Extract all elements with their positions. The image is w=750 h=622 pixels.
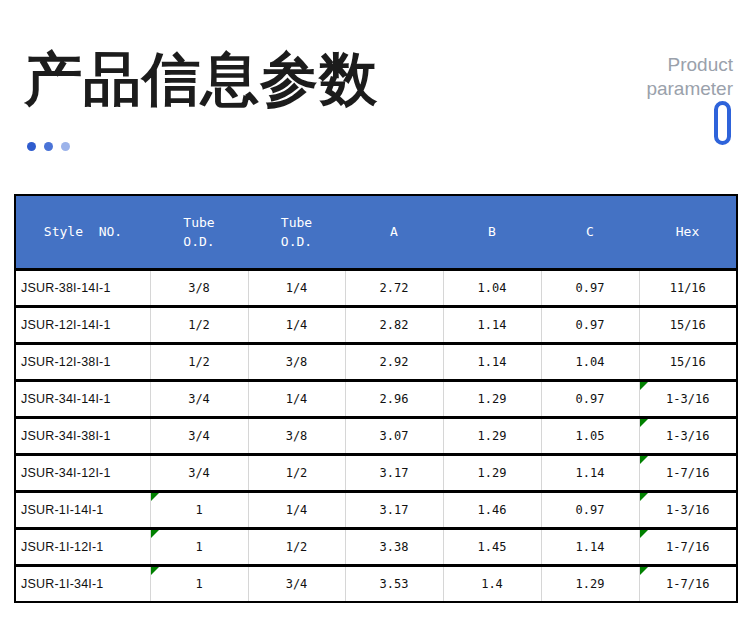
page-title: 产品信息参数: [24, 44, 378, 114]
value-cell: 1/2: [248, 454, 345, 491]
table-row: JSUR-34I-38I-13/43/83.071.291.051-3/16: [15, 417, 737, 454]
value-cell: 15/16: [639, 343, 737, 380]
value-cell: 1-7/16: [639, 565, 737, 602]
value-cell: 11/16: [639, 269, 737, 306]
value-cell: 1-3/16: [639, 417, 737, 454]
product-parameter-page: { "header": { "title": "产品信息参数", "subtit…: [0, 0, 750, 622]
green-corner-marker-icon: [151, 493, 159, 501]
col-header-c: C: [541, 195, 639, 269]
table-row: JSUR-1I-12I-111/23.381.451.141-7/16: [15, 528, 737, 565]
value-cell: 3.17: [345, 454, 443, 491]
green-corner-marker-icon: [640, 456, 648, 464]
green-corner-marker-icon: [640, 419, 648, 427]
style-no-cell: JSUR-34I-14I-1: [15, 380, 150, 417]
header-row: Style NO. Tube O.D. Tube O.D. A B C Hex: [15, 195, 737, 269]
value-cell: 3/8: [248, 343, 345, 380]
style-no-cell: JSUR-38I-14I-1: [15, 269, 150, 306]
value-cell: 3/8: [248, 417, 345, 454]
title-decoration-dots: [27, 142, 70, 151]
value-cell: 1.14: [443, 343, 541, 380]
style-no-cell: JSUR-34I-12I-1: [15, 454, 150, 491]
value-cell: 1: [150, 491, 248, 528]
green-corner-marker-icon: [151, 567, 159, 575]
subtitle-line-1: Product: [646, 53, 733, 77]
value-cell: 1: [150, 528, 248, 565]
green-corner-marker-icon: [640, 382, 648, 390]
dot-icon: [61, 142, 70, 151]
style-no-cell: JSUR-1I-34I-1: [15, 565, 150, 602]
green-corner-marker-icon: [640, 567, 648, 575]
col-header-hex: Hex: [639, 195, 737, 269]
english-subtitle: Product parameter: [646, 53, 733, 101]
value-cell: 3.07: [345, 417, 443, 454]
col-header-b: B: [443, 195, 541, 269]
table-header: Style NO. Tube O.D. Tube O.D. A B C Hex: [15, 195, 737, 269]
style-no-cell: JSUR-34I-38I-1: [15, 417, 150, 454]
value-cell: 3/8: [150, 269, 248, 306]
style-no-cell: JSUR-1I-14I-1: [15, 491, 150, 528]
decoration-zero-digit: [714, 101, 731, 145]
value-cell: 1.4: [443, 565, 541, 602]
table-row: JSUR-1I-14I-111/43.171.460.971-3/16: [15, 491, 737, 528]
table-row: JSUR-12I-38I-11/23/82.921.141.0415/16: [15, 343, 737, 380]
value-cell: 2.82: [345, 306, 443, 343]
value-cell: 1.14: [541, 528, 639, 565]
value-cell: 3/4: [150, 380, 248, 417]
value-cell: 1-3/16: [639, 491, 737, 528]
value-cell: 1-7/16: [639, 528, 737, 565]
value-cell: 3/4: [248, 565, 345, 602]
value-cell: 15/16: [639, 306, 737, 343]
value-cell: 1: [150, 565, 248, 602]
table-row: JSUR-34I-12I-13/41/23.171.291.141-7/16: [15, 454, 737, 491]
value-cell: 3/4: [150, 417, 248, 454]
style-no-cell: JSUR-1I-12I-1: [15, 528, 150, 565]
value-cell: 3.17: [345, 491, 443, 528]
green-corner-marker-icon: [151, 530, 159, 538]
value-cell: 0.97: [541, 306, 639, 343]
value-cell: 2.96: [345, 380, 443, 417]
value-cell: 1.45: [443, 528, 541, 565]
value-cell: 0.97: [541, 491, 639, 528]
value-cell: 1.05: [541, 417, 639, 454]
value-cell: 1.04: [443, 269, 541, 306]
table-row: JSUR-38I-14I-13/81/42.721.040.9711/16: [15, 269, 737, 306]
dot-icon: [44, 142, 53, 151]
value-cell: 1/4: [248, 269, 345, 306]
value-cell: 1.14: [443, 306, 541, 343]
value-cell: 0.97: [541, 269, 639, 306]
dot-icon: [27, 142, 36, 151]
value-cell: 2.92: [345, 343, 443, 380]
parameter-table: Style NO. Tube O.D. Tube O.D. A B C Hex …: [14, 194, 738, 603]
table-body: JSUR-38I-14I-13/81/42.721.040.9711/16JSU…: [15, 269, 737, 602]
value-cell: 3/4: [150, 454, 248, 491]
value-cell: 1.29: [443, 454, 541, 491]
value-cell: 1/4: [248, 491, 345, 528]
value-cell: 1/4: [248, 380, 345, 417]
table-row: JSUR-34I-14I-13/41/42.961.290.971-3/16: [15, 380, 737, 417]
value-cell: 1/2: [248, 528, 345, 565]
col-header-a: A: [345, 195, 443, 269]
value-cell: 1-3/16: [639, 380, 737, 417]
value-cell: 3.53: [345, 565, 443, 602]
style-no-cell: JSUR-12I-38I-1: [15, 343, 150, 380]
green-corner-marker-icon: [640, 493, 648, 501]
value-cell: 0.97: [541, 380, 639, 417]
col-header-tube-od-1: Tube O.D.: [150, 195, 248, 269]
value-cell: 1/4: [248, 306, 345, 343]
value-cell: 1/2: [150, 343, 248, 380]
value-cell: 3.38: [345, 528, 443, 565]
value-cell: 2.72: [345, 269, 443, 306]
parameter-table-container: Style NO. Tube O.D. Tube O.D. A B C Hex …: [14, 194, 736, 603]
value-cell: 1.29: [443, 417, 541, 454]
table-row: JSUR-12I-14I-11/21/42.821.140.9715/16: [15, 306, 737, 343]
style-no-cell: JSUR-12I-14I-1: [15, 306, 150, 343]
value-cell: 1/2: [150, 306, 248, 343]
value-cell: 1.29: [443, 380, 541, 417]
subtitle-line-2: parameter: [646, 77, 733, 101]
col-header-style-no: Style NO.: [15, 195, 150, 269]
value-cell: 1-7/16: [639, 454, 737, 491]
value-cell: 1.04: [541, 343, 639, 380]
table-row: JSUR-1I-34I-113/43.531.41.291-7/16: [15, 565, 737, 602]
value-cell: 1.14: [541, 454, 639, 491]
value-cell: 1.29: [541, 565, 639, 602]
